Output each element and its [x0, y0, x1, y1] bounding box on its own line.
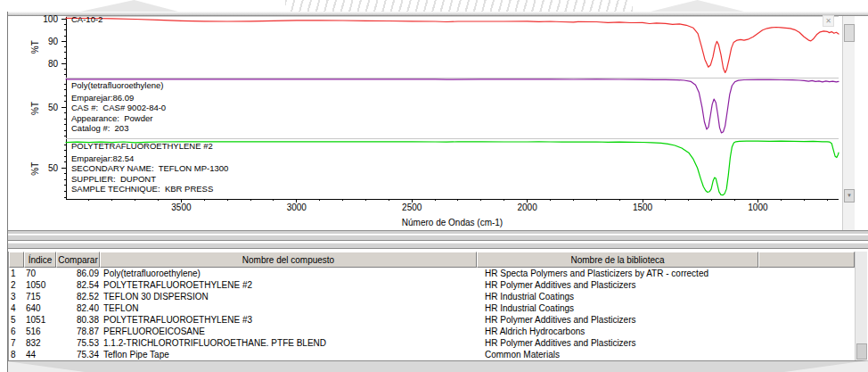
annotation-line: POLYTETRAFLUOROETHYLENE #2: [71, 141, 228, 151]
indice-cell: 832: [26, 337, 56, 349]
window-bottom-edge: [8, 230, 868, 234]
row-number: 5: [11, 314, 24, 326]
row-number: 7: [11, 337, 24, 349]
x-axis-ticks: 350030002500200015001000: [89, 199, 827, 212]
svg-text:50: 50: [48, 163, 59, 173]
annotation-line: Poly(tetrafluoroethylene): [71, 80, 166, 90]
annotation-line: Emparejar:82.54: [71, 153, 228, 163]
table-row[interactable]: 84475.34Teflon Pipe TapeCommon Materials: [9, 349, 855, 360]
svg-text:100: 100: [43, 14, 58, 24]
annotation-line: SUPPLIER: DUPONT: [71, 174, 228, 184]
table-row[interactable]: 464082.40TEFLONHR Industrial Coatings: [9, 302, 855, 314]
compuesto-cell: POLYTETRAFLUOROETHYLENE #2: [103, 279, 481, 291]
indice-cell: 715: [26, 291, 56, 302]
indice-cell: 70: [26, 268, 56, 279]
column-header-indice[interactable]: Índice: [24, 252, 56, 268]
indice-cell: 1050: [26, 279, 56, 291]
biblioteca-cell: HR Polymer Additives and Plasticizers: [485, 337, 850, 349]
row-number: 2: [11, 279, 24, 291]
close-icon[interactable]: ✕: [823, 15, 834, 27]
comparar-cell: 86.09: [57, 268, 99, 279]
svg-text:1000: 1000: [748, 203, 768, 212]
svg-text:3000: 3000: [287, 203, 307, 212]
results-table: ÍndiceCompararNombre del compuestoNombre…: [8, 252, 866, 360]
row-number: 8: [11, 349, 24, 360]
compuesto-cell: POLYTETRAFLUOROETHYLENE #3: [103, 314, 481, 326]
watermark: [80, 0, 178, 12]
table-row[interactable]: 371582.52TEFLON 30 DISPERSIONHR Industri…: [9, 291, 855, 302]
window-bottom-band: [8, 360, 868, 372]
indice-cell: 1051: [26, 314, 56, 326]
row-number: 1: [11, 268, 24, 279]
column-header-comparar[interactable]: Comparar: [56, 252, 100, 268]
svg-text:80: 80: [48, 59, 59, 69]
biblioteca-cell: HR Specta Polymers and Plasticizers by A…: [485, 268, 850, 279]
compuesto-cell: Teflon Pipe Tape: [103, 349, 481, 360]
biblioteca-cell: HR Aldrich Hydrocarbons: [485, 326, 850, 337]
compuesto-cell: Poly(tetrafluoroethylene): [103, 268, 481, 279]
annotation-line: Appearance: Powder: [71, 113, 166, 123]
table-row[interactable]: 783275.531.1.2-TRICHLOROTRIFLUOROETHANE.…: [9, 337, 855, 349]
pane-splitter[interactable]: [8, 243, 868, 249]
window-left-border: [7, 12, 8, 372]
annotation-line: SECONDARY NAME: TEFLON MP-1300: [71, 163, 228, 173]
compuesto-cell: TEFLON 30 DISPERSION: [103, 291, 481, 302]
omnic-search-results-window: 3500300025002000150010001009080%T50%T50%…: [0, 0, 868, 372]
svg-text:90: 90: [48, 37, 59, 46]
svg-text:%T: %T: [30, 40, 40, 54]
vertical-scrollbar[interactable]: ▼: [842, 16, 855, 230]
table-row[interactable]: 2105082.54POLYTETRAFLUOROETHYLENE #2HR P…: [9, 279, 855, 291]
biblioteca-cell: Common Materials: [485, 349, 850, 360]
table-row[interactable]: 5105180.38POLYTETRAFLUOROETHYLENE #3HR P…: [9, 314, 855, 326]
annotation-line: Catalog #: 203: [71, 123, 166, 133]
annotation-line: Emparejar:86.09: [71, 93, 166, 103]
sample-annotation: CA-10-2: [71, 14, 102, 27]
comparar-cell: 75.53: [57, 337, 99, 349]
row-number: 6: [11, 326, 24, 337]
compuesto-cell: 1.1.2-TRICHLOROTRIFLUOROETHANE. PTFE BLE…: [103, 337, 481, 349]
annotation-line: CA-10-2: [71, 14, 102, 24]
scrollbar-down-arrow[interactable]: ▼: [844, 189, 855, 203]
table-header-row: ÍndiceCompararNombre del compuestoNombre…: [9, 252, 855, 268]
biblioteca-cell: HR Industrial Coatings: [485, 291, 850, 302]
watermark: [651, 0, 744, 12]
column-header-filler[interactable]: [758, 252, 855, 268]
biblioteca-cell: HR Industrial Coatings: [485, 302, 850, 314]
sample-spectrum-curve: [66, 18, 839, 72]
compuesto-cell: TEFLON: [103, 302, 481, 314]
compuesto-cell: PERFLUOROEICOSANE: [103, 326, 481, 337]
indice-cell: 44: [26, 349, 56, 360]
svg-text:%T: %T: [30, 162, 40, 176]
watermark: [285, 0, 633, 12]
table-body: 17086.09Poly(tetrafluoroethylene)HR Spec…: [9, 268, 855, 360]
svg-text:50: 50: [48, 103, 59, 112]
comparar-cell: 82.54: [57, 279, 99, 291]
sample-panel: 1009080%T: [30, 14, 839, 75]
svg-text:3500: 3500: [171, 203, 192, 212]
svg-text:%T: %T: [30, 102, 40, 115]
annotation-line: CAS #: CAS# 9002-84-0: [71, 103, 166, 112]
library-match-2-annotation: POLYTETRAFLUOROETHYLENE #2Emparejar:82.5…: [71, 141, 228, 194]
svg-text:2500: 2500: [402, 203, 422, 212]
table-vertical-scrollbar[interactable]: [855, 252, 867, 360]
column-header-biblioteca[interactable]: Nombre de la biblioteca: [477, 252, 758, 268]
x-axis-title: Número de Ondas (cm-1): [66, 218, 839, 227]
biblioteca-cell: HR Polymer Additives and Plasticizers: [485, 314, 850, 326]
library-match-1-annotation: Poly(tetrafluoroethylene)Emparejar:86.09…: [71, 80, 166, 134]
comparar-cell: 78.87: [57, 326, 99, 337]
column-header-compuesto[interactable]: Nombre del compuesto: [100, 252, 477, 268]
scrollbar-thumb[interactable]: [856, 343, 867, 360]
row-number: 4: [11, 302, 24, 314]
indice-cell: 640: [26, 302, 56, 314]
library-match-1-spectrum-curve: [66, 79, 839, 133]
comparar-cell: 80.38: [57, 314, 99, 326]
spectra-pane[interactable]: 3500300025002000150010001009080%T50%T50%…: [8, 12, 868, 234]
scrollbar-thumb[interactable]: [844, 24, 855, 42]
column-header-rownum[interactable]: [9, 252, 24, 268]
annotation-line: SAMPLE TECHNIQUE: KBR PRESS: [71, 184, 228, 194]
table-row[interactable]: 651678.87PERFLUOROEICOSANEHR Aldrich Hyd…: [9, 326, 855, 337]
table-row[interactable]: 17086.09Poly(tetrafluoroethylene)HR Spec…: [9, 268, 855, 279]
comparar-cell: 82.40: [57, 302, 99, 314]
pane-splitter[interactable]: [8, 235, 868, 241]
svg-text:1500: 1500: [633, 203, 653, 212]
